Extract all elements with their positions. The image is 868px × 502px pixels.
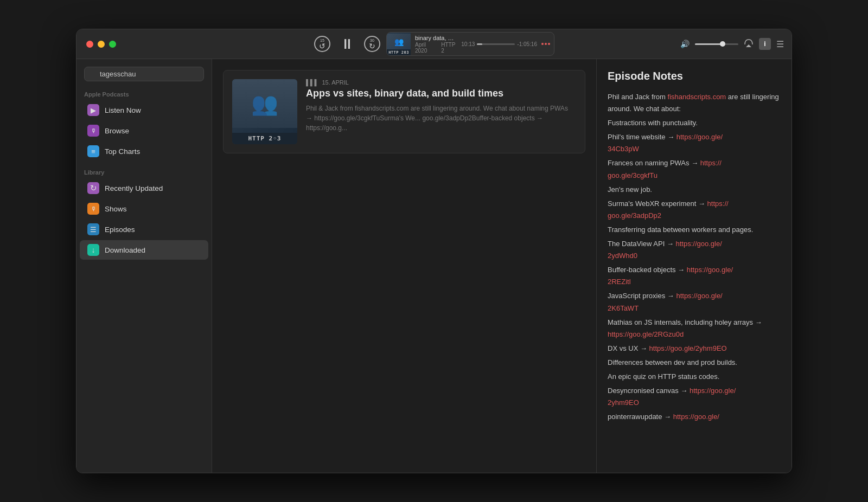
dataview-link[interactable]: https://goo.gle/2ydWhd0: [608, 240, 722, 260]
downloaded-label: Downloaded: [105, 246, 145, 254]
search-input[interactable]: [84, 67, 204, 81]
sidebar: 🔍 Apple Podcasts ▶ Listen Now 🎙 Browse ≡…: [76, 59, 212, 473]
notes-item-3: Frances on naming PWAs → https://goo.gle…: [608, 157, 781, 181]
notes-item-11: DX vs UX → https://goo.gle/2yhm9EO: [608, 343, 781, 355]
app-window: 15 ↺ ⏸ 30 ↻ 👥: [76, 29, 792, 473]
apple-podcasts-section-label: Apple Podcasts: [76, 89, 212, 100]
queue-button[interactable]: ☰: [776, 39, 784, 49]
notes-title: Episode Notes: [608, 70, 781, 82]
volume-slider[interactable]: [695, 43, 738, 45]
player-area: 15 ↺ ⏸ 30 ↻ 👥: [314, 32, 554, 56]
bars-icon: ▌▌▌: [306, 79, 318, 86]
notes-item-15: pointerrawupdate → https://goo.gle/: [608, 411, 781, 423]
close-button[interactable]: [86, 41, 93, 48]
episode-description: Phil & Jack from fishandscripts.com are …: [306, 104, 576, 133]
notes-item-8: Buffer-backed objects → https://goo.gle/…: [608, 264, 781, 288]
episode-thumb-label: HTTР 2◦3: [232, 133, 297, 144]
pointerraw-link[interactable]: https://goo.gle/: [673, 413, 719, 421]
episode-info: ▌▌▌ 15. APRIL Apps vs sites, binary data…: [306, 79, 576, 144]
notes-pane: Episode Notes Phil and Jack from fishand…: [596, 59, 792, 473]
volume-icon: 🔊: [680, 40, 690, 48]
skip-back-button[interactable]: 15 ↺: [314, 35, 331, 53]
now-playing-info: binary data, and build time April 2020 H…: [411, 35, 461, 54]
play-pause-button[interactable]: ⏸: [339, 35, 356, 53]
notes-item-7: The DataView API → https://goo.gle/2ydWh…: [608, 238, 781, 262]
episode-title: Apps vs sites, binary data, and build ti…: [306, 88, 576, 99]
browse-label: Browse: [105, 127, 129, 135]
notes-item-2: Phil's time website → https://goo.gle/34…: [608, 131, 781, 155]
sidebar-item-recently-updated[interactable]: ↻ Recently Updated: [80, 178, 208, 198]
search-wrapper: 🔍: [84, 67, 204, 81]
notes-body: Phil and Jack from fishandscripts.com ar…: [608, 91, 781, 423]
now-playing-widget[interactable]: 👥 HTTP 203 binary data, and build time A…: [386, 32, 554, 56]
thumbnail-label: HTTP 203: [387, 49, 411, 56]
time-website-link[interactable]: https://goo.gle/34Cb3pW: [608, 133, 723, 153]
skip-forward-button[interactable]: 30 ↻: [363, 35, 381, 53]
shows-icon: 🎙: [87, 203, 99, 215]
top-charts-label: Top Charts: [105, 147, 140, 156]
now-playing-title: binary data, and build time: [415, 35, 457, 41]
notes-item-5: Surma's WebXR experiment → https://goo.g…: [608, 198, 781, 222]
downloaded-icon: ↓: [87, 244, 99, 256]
holey-arrays-link[interactable]: https://goo.gle/2RGzu0d: [608, 330, 684, 338]
info-button[interactable]: i: [759, 38, 771, 50]
episode-date: ▌▌▌ 15. APRIL: [306, 79, 576, 86]
recently-updated-icon: ↻: [87, 182, 99, 194]
now-playing-thumbnail: 👥 HTTP 203: [387, 32, 411, 56]
notes-item-9: JavaScript proxies → https://goo.gle/2K6…: [608, 290, 781, 314]
fishandscripts-link[interactable]: fishandscripts.com: [668, 93, 726, 101]
notes-item-12: Differences between dev and prod builds.: [608, 357, 781, 369]
minimize-button[interactable]: [98, 41, 105, 48]
listen-now-icon: ▶: [87, 104, 99, 116]
episodes-label: Episodes: [105, 226, 135, 234]
notes-item-10: Mathias on JS internals, including holey…: [608, 317, 781, 340]
proxies-link[interactable]: https://goo.gle/2K6TaWT: [608, 292, 723, 312]
recently-updated-label: Recently Updated: [105, 184, 163, 192]
notes-item-13: An epic quiz on HTTP status codes.: [608, 371, 781, 383]
main-content: 🔍 Apple Podcasts ▶ Listen Now 🎙 Browse ≡…: [76, 59, 792, 473]
svg-marker-0: [746, 44, 751, 47]
now-playing-sub: April 2020 HTTP 2: [415, 42, 457, 54]
notes-item-14: Desyncronised canvas → https://goo.gle/2…: [608, 385, 781, 409]
traffic-lights: [76, 41, 116, 48]
sidebar-item-episodes[interactable]: ☰ Episodes: [80, 220, 208, 239]
search-container: 🔍: [76, 67, 212, 89]
library-section-label: Library: [76, 167, 212, 178]
maximize-button[interactable]: [109, 41, 116, 48]
notes-item-6: Transferring data between workers and pa…: [608, 224, 781, 236]
episode-card[interactable]: 👥 HTTР 2◦3 ▌▌▌ 15. APRIL Apps vs sites, …: [223, 70, 585, 153]
sidebar-item-top-charts[interactable]: ≡ Top Charts: [80, 141, 208, 161]
notes-item-4: Jen's new job.: [608, 184, 781, 196]
volume-fill: [695, 43, 721, 45]
episodes-icon: ☰: [87, 223, 99, 235]
time-elapsed: 10:13: [461, 41, 475, 47]
notes-intro: Phil and Jack from fishandscripts.com ar…: [608, 91, 781, 115]
listen-now-label: Listen Now: [105, 106, 141, 114]
notes-item-1: Fustractions with punctuality.: [608, 117, 781, 129]
time-remaining: -1:05:16: [517, 41, 537, 47]
sidebar-item-browse[interactable]: 🎙 Browse: [80, 121, 208, 140]
episode-thumbnail: 👥 HTTР 2◦3: [232, 79, 297, 144]
sidebar-item-downloaded[interactable]: ↓ Downloaded: [80, 240, 208, 260]
titlebar: 15 ↺ ⏸ 30 ↻ 👥: [76, 29, 792, 59]
volume-thumb: [720, 41, 725, 47]
progress-bar[interactable]: [477, 43, 515, 45]
canvas-link[interactable]: https://goo.gle/2yhm9EO: [608, 387, 736, 407]
player-controls: 15 ↺ ⏸ 30 ↻: [314, 35, 381, 53]
naming-pwas-link[interactable]: https://goo.gle/3cgkfTu: [608, 159, 722, 179]
webxr-link[interactable]: https://goo.gle/3adpDp2: [608, 199, 729, 220]
more-button[interactable]: [541, 43, 554, 45]
airplay-button[interactable]: [744, 38, 754, 50]
browse-icon: 🎙: [87, 125, 99, 137]
episode-photo: 👥: [232, 79, 297, 128]
sidebar-item-listen-now[interactable]: ▶ Listen Now: [80, 100, 208, 120]
right-controls: 🔊 i ☰: [680, 38, 784, 50]
content-pane: 👥 HTTР 2◦3 ▌▌▌ 15. APRIL Apps vs sites, …: [212, 59, 596, 473]
sidebar-item-shows[interactable]: 🎙 Shows: [80, 199, 208, 218]
shows-label: Shows: [105, 205, 127, 213]
now-playing-time: 10:13 -1:05:16: [461, 41, 541, 47]
top-charts-icon: ≡: [87, 145, 99, 157]
dx-ux-link[interactable]: https://goo.gle/2yhm9EO: [649, 344, 727, 352]
progress-fill: [477, 43, 482, 45]
buffer-link[interactable]: https://goo.gle/2REZitl: [608, 266, 733, 286]
